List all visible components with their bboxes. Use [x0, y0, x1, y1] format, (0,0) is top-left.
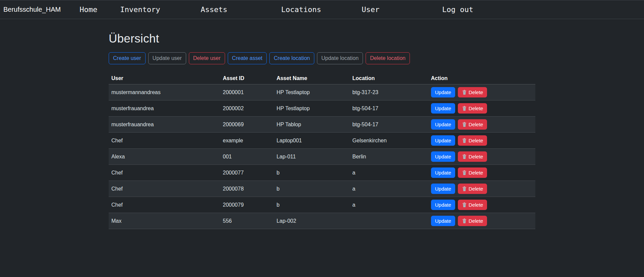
table-row: Chef2000077baUpdate Delete: [109, 165, 535, 181]
cell-action: Update Delete: [428, 149, 535, 165]
brand-link[interactable]: Berufsschule_HAM: [3, 6, 61, 13]
delete-row-button[interactable]: Delete: [458, 184, 487, 194]
create-location-button[interactable]: Create location: [269, 52, 314, 64]
column-header-action: Action: [428, 73, 535, 84]
delete-row-button[interactable]: Delete: [458, 167, 487, 178]
table-row: Max556Lap-002Update Delete: [109, 213, 535, 229]
cell-location: [350, 213, 428, 229]
cell-location: btg-504-17: [350, 117, 428, 133]
delete-button-label: Delete: [469, 217, 483, 224]
nav-item-locations: Locations: [281, 5, 362, 14]
cell-asset-name: Laptop001: [274, 133, 350, 149]
cell-user: Chef: [109, 165, 220, 181]
trash-icon: [462, 138, 467, 143]
create-asset-button[interactable]: Create asset: [228, 52, 267, 64]
column-header-location: Location: [350, 73, 428, 84]
cell-user: Chef: [109, 197, 220, 213]
delete-button-label: Delete: [469, 185, 483, 192]
cell-asset-name: HP Testlaptop: [274, 84, 350, 100]
cell-asset-name: b: [274, 197, 350, 213]
cell-action: Update Delete: [428, 84, 535, 100]
table-row: ChefexampleLaptop001GelsenkirchenUpdate …: [109, 133, 535, 149]
update-location-button[interactable]: Update location: [317, 52, 363, 64]
update-row-button[interactable]: Update: [431, 87, 455, 97]
cell-asset-name: b: [274, 165, 350, 181]
cell-asset-id: 2000078: [220, 181, 274, 197]
nav-list: HomeInventoryAssetsLocationsUserLog out: [79, 5, 523, 14]
table-header: UserAsset IDAsset NameLocationAction: [109, 73, 535, 84]
table-row: musterfrauandrea2000069HP Tablopbtg-504-…: [109, 117, 535, 133]
update-row-button[interactable]: Update: [431, 184, 455, 194]
update-row-button[interactable]: Update: [431, 216, 455, 226]
trash-icon: [462, 106, 467, 111]
trash-icon: [462, 122, 467, 127]
nav-link-locations[interactable]: Locations: [281, 5, 321, 14]
nav-link-logout[interactable]: Log out: [442, 5, 473, 14]
main-container: Übersicht Create userUpdate userDelete u…: [101, 32, 543, 229]
cell-action: Update Delete: [428, 213, 535, 229]
update-user-button[interactable]: Update user: [148, 52, 186, 64]
table-row: Chef2000079baUpdate Delete: [109, 197, 535, 213]
nav-item-user: User: [362, 5, 442, 14]
delete-row-button[interactable]: Delete: [458, 87, 487, 97]
cell-asset-name: Lap-002: [274, 213, 350, 229]
toolbar: Create userUpdate userDelete userCreate …: [109, 52, 535, 64]
cell-user: Chef: [109, 181, 220, 197]
cell-action: Update Delete: [428, 117, 535, 133]
table-body: mustermannandreas2000001HP Testlaptopbtg…: [109, 84, 535, 229]
cell-asset-name: Lap-011: [274, 149, 350, 165]
nav-link-user[interactable]: User: [362, 5, 379, 14]
delete-button-label: Delete: [469, 89, 483, 96]
page-title: Übersicht: [109, 32, 535, 45]
cell-location: Berlin: [350, 149, 428, 165]
delete-row-button[interactable]: Delete: [458, 216, 487, 226]
delete-row-button[interactable]: Delete: [458, 103, 487, 114]
delete-row-button[interactable]: Delete: [458, 200, 487, 210]
nav-link-inventory[interactable]: Inventory: [120, 5, 160, 14]
cell-action: Update Delete: [428, 165, 535, 181]
cell-location: Gelsenkirchen: [350, 133, 428, 149]
update-row-button[interactable]: Update: [431, 200, 455, 210]
create-user-button[interactable]: Create user: [109, 52, 146, 64]
cell-location: btg-317-23: [350, 84, 428, 100]
delete-location-button[interactable]: Delete location: [366, 52, 410, 64]
update-row-button[interactable]: Update: [431, 167, 455, 178]
delete-user-button[interactable]: Delete user: [189, 52, 225, 64]
delete-row-button[interactable]: Delete: [458, 135, 487, 146]
cell-user: musterfrauandrea: [109, 117, 220, 133]
column-header-user: User: [109, 73, 220, 84]
nav-link-assets[interactable]: Assets: [201, 5, 227, 14]
top-navbar: Berufsschule_HAM HomeInventoryAssetsLoca…: [0, 0, 644, 19]
cell-asset-name: b: [274, 181, 350, 197]
cell-user: musterfrauandrea: [109, 100, 220, 117]
delete-button-label: Delete: [469, 105, 483, 112]
cell-action: Update Delete: [428, 100, 535, 117]
cell-asset-id: 001: [220, 149, 274, 165]
delete-row-button[interactable]: Delete: [458, 119, 487, 130]
table-header-row: UserAsset IDAsset NameLocationAction: [109, 73, 535, 84]
table-row: Alexa001Lap-011BerlinUpdate Delete: [109, 149, 535, 165]
trash-icon: [462, 218, 467, 223]
cell-asset-id: 2000079: [220, 197, 274, 213]
update-row-button[interactable]: Update: [431, 135, 455, 146]
cell-action: Update Delete: [428, 181, 535, 197]
nav-item-assets: Assets: [201, 5, 281, 14]
cell-asset-id: 2000001: [220, 84, 274, 100]
cell-user: Chef: [109, 133, 220, 149]
delete-button-label: Delete: [469, 201, 483, 208]
update-row-button[interactable]: Update: [431, 103, 455, 114]
delete-button-label: Delete: [469, 121, 483, 128]
cell-asset-id: 556: [220, 213, 274, 229]
trash-icon: [462, 154, 467, 159]
cell-location: a: [350, 181, 428, 197]
cell-user: mustermannandreas: [109, 84, 220, 100]
cell-action: Update Delete: [428, 197, 535, 213]
cell-asset-name: HP Testlaptop: [274, 100, 350, 117]
table-row: Chef2000078baUpdate Delete: [109, 181, 535, 197]
nav-link-home[interactable]: Home: [79, 5, 97, 14]
update-row-button[interactable]: Update: [431, 119, 455, 130]
cell-location: btg-504-17: [350, 100, 428, 117]
update-row-button[interactable]: Update: [431, 151, 455, 162]
delete-row-button[interactable]: Delete: [458, 151, 487, 162]
column-header-asset-id: Asset ID: [220, 73, 274, 84]
